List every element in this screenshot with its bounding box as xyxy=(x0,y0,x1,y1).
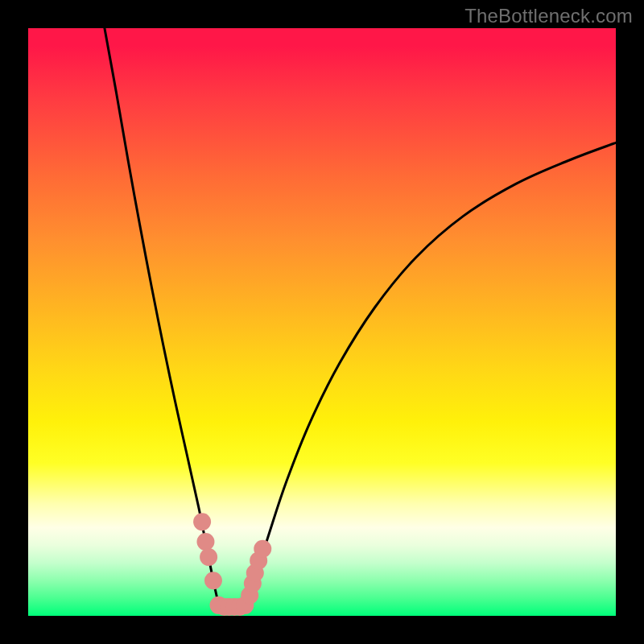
watermark-text: TheBottleneck.com xyxy=(464,5,633,27)
marker-dot xyxy=(196,533,214,551)
marker-dot xyxy=(193,513,211,530)
chart-svg xyxy=(28,28,616,616)
curve-right xyxy=(246,142,616,607)
chart-frame: TheBottleneck.com xyxy=(0,0,644,644)
marker-dot xyxy=(254,540,271,558)
highlight-markers xyxy=(193,513,271,616)
marker-dot xyxy=(204,572,222,589)
marker-dot xyxy=(200,548,217,566)
plot-area xyxy=(28,28,616,616)
